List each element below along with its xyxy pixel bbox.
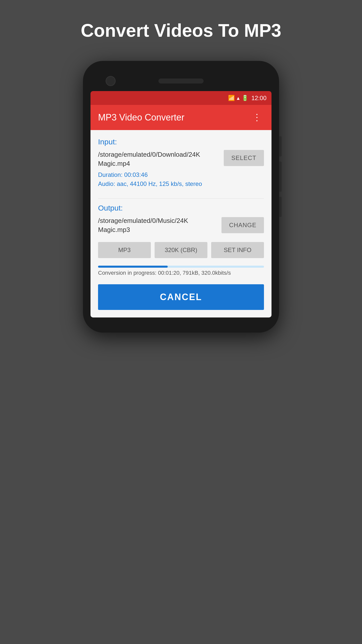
select-button[interactable]: SELECT [224, 150, 264, 166]
format-buttons-row: MP3 320K (CBR) SET INFO [98, 242, 264, 258]
volume-down-button [279, 197, 282, 217]
side-buttons [279, 136, 282, 217]
app-bar-title: MP3 Video Converter [98, 112, 185, 123]
progress-container: Conversion in progress: 00:01:20, 791kB,… [98, 266, 264, 276]
page-title: Convert Videos To MP3 [81, 20, 281, 41]
input-section: /storage/emulated/0/Download/24K Magic.m… [98, 150, 264, 188]
more-options-icon[interactable]: ⋮ [250, 110, 264, 125]
change-button[interactable]: CHANGE [221, 217, 264, 233]
progress-status-text: Conversion in progress: 00:01:20, 791kB,… [98, 270, 264, 276]
input-audio-info: Audio: aac, 44100 Hz, 125 kb/s, stereo [98, 179, 219, 188]
output-label: Output: [98, 204, 264, 212]
phone-top-bar [90, 76, 272, 86]
status-time: 12:00 [251, 95, 266, 102]
output-file-path: /storage/emulated/0/Music/24K Magic.mp3 [98, 216, 216, 234]
signal-icon: ▴ [237, 95, 240, 101]
wifi-icon: 📶 [228, 95, 235, 101]
section-divider [98, 198, 264, 199]
phone-screen: 📶 ▴ 🔋 12:00 MP3 Video Converter ⋮ Input:… [90, 91, 272, 317]
app-content: Input: /storage/emulated/0/Download/24K … [90, 130, 272, 317]
progress-fill [98, 266, 168, 268]
input-duration: Duration: 00:03:46 [98, 170, 219, 179]
input-file-info: /storage/emulated/0/Download/24K Magic.m… [98, 150, 219, 188]
status-icons: 📶 ▴ 🔋 [228, 95, 248, 101]
progress-track [98, 266, 264, 268]
set-info-button[interactable]: SET INFO [211, 242, 264, 258]
earpiece-speaker [158, 78, 204, 84]
power-button [279, 136, 282, 156]
cancel-button[interactable]: CANCEL [98, 284, 264, 310]
front-camera [106, 76, 116, 86]
status-bar: 📶 ▴ 🔋 12:00 [90, 91, 272, 105]
battery-icon: 🔋 [242, 95, 248, 101]
app-bar: MP3 Video Converter ⋮ [90, 105, 272, 130]
output-section: /storage/emulated/0/Music/24K Magic.mp3 … [98, 216, 264, 234]
placeholder [246, 76, 256, 86]
format-mp3-button[interactable]: MP3 [98, 242, 151, 258]
volume-up-button [279, 162, 282, 192]
input-file-path: /storage/emulated/0/Download/24K Magic.m… [98, 150, 219, 168]
phone-shell: 📶 ▴ 🔋 12:00 MP3 Video Converter ⋮ Input:… [83, 61, 279, 333]
bitrate-button[interactable]: 320K (CBR) [155, 242, 207, 258]
input-label: Input: [98, 138, 264, 146]
